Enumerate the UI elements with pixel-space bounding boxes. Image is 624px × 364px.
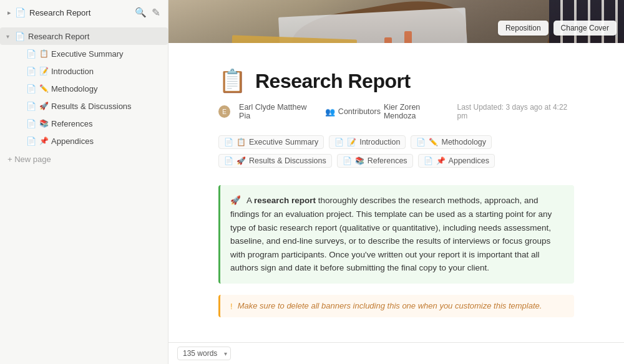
tree-label-results: Results & Discussions <box>51 102 163 111</box>
sub-page-method[interactable]: 📄 ✏️ Methodology <box>411 135 492 149</box>
sub-page-icon-method: 📄 <box>416 138 426 146</box>
page-emoji: 📋 <box>218 68 246 94</box>
sub-page-label-method: Methodology <box>441 138 486 146</box>
author-avatar: E <box>218 105 230 118</box>
warning-icon: ! <box>230 302 233 311</box>
sub-page-icon-refs: 📄 <box>343 156 352 165</box>
tree-label-research-report: Research Report <box>28 32 163 41</box>
new-page-icon[interactable]: ✎ <box>152 6 160 19</box>
tree-icon-method: 📄 <box>26 84 36 93</box>
contributors-icon: 👥 <box>325 107 335 117</box>
contributors-section: 👥 Contributors Kier Zoren Mendoza <box>325 103 449 120</box>
cover-image: Reposition Change Cover <box>168 0 624 43</box>
sidebar-item-introduction[interactable]: 📄 📝 Introduction <box>0 62 168 80</box>
tree-label-appendix: Appendices <box>51 136 163 146</box>
sub-page-emoji-refs: 📚 <box>355 156 364 165</box>
page-meta: E Earl Clyde Matthew Pia 👥 Contributors … <box>218 103 574 120</box>
sidebar-item-methodology[interactable]: 📄 ✏️ Methodology <box>0 80 168 97</box>
sidebar-workspace-title: Research Report <box>29 8 90 17</box>
sub-page-emoji-intro: 📝 <box>347 138 356 146</box>
page-title-row: 📋 Research Report <box>218 68 574 94</box>
tree-icon-intro: 📄 <box>26 67 36 76</box>
sidebar-header-title-row: ▸ 📄 Research Report <box>7 7 90 17</box>
tree-arrow-research-report: ▾ <box>6 33 15 40</box>
sub-page-emoji-appendix: 📌 <box>436 156 446 165</box>
contributors-label: Contributors <box>338 107 381 116</box>
author-name[interactable]: Earl Clyde Matthew Pia <box>239 103 316 120</box>
contributors-name[interactable]: Kier Zoren Mendoza <box>384 103 449 120</box>
callout-bold-text: research report <box>254 196 316 205</box>
tree-icon-refs: 📄 <box>26 119 36 128</box>
sub-page-exec[interactable]: 📄 📋 Executive Summary <box>218 135 324 149</box>
sidebar: ▸ 📄 Research Report 🔍 ✎ ▾ 📄 Research Rep… <box>0 0 168 364</box>
page-title: Research Report <box>255 70 411 93</box>
sidebar-collapse-arrow[interactable]: ▸ <box>7 9 11 17</box>
sidebar-item-executive-summary[interactable]: 📄 📋 Executive Summary <box>0 45 168 62</box>
word-count-wrapper: 135 words <box>177 347 231 360</box>
sub-page-results[interactable]: 📄 🚀 Results & Discussions <box>218 154 332 168</box>
sub-page-emoji-exec: 📋 <box>236 138 246 146</box>
callout-text-before: A <box>246 196 254 205</box>
sub-page-icon-exec: 📄 <box>224 138 233 146</box>
sub-page-label-refs: References <box>368 156 407 165</box>
tree-icon-exec: 📄 <box>26 49 36 59</box>
intro-emoji: 📝 <box>39 67 49 75</box>
sidebar-item-research-report[interactable]: ▾ 📄 Research Report <box>0 27 168 45</box>
sub-page-intro[interactable]: 📄 📝 Introduction <box>329 135 406 149</box>
sub-page-icon-intro: 📄 <box>334 138 344 146</box>
sidebar-tree: ▾ 📄 Research Report 📄 📋 Executive Summar… <box>0 25 168 364</box>
word-count-bar: 135 words <box>168 342 624 364</box>
sub-page-label-results: Results & Discussions <box>249 156 326 165</box>
sidebar-item-appendices[interactable]: 📄 📌 Appendices <box>0 132 168 150</box>
callout-orange: ! Make sure to delete all banners includ… <box>218 295 574 317</box>
tree-icon-results: 📄 <box>26 102 36 111</box>
sidebar-header: ▸ 📄 Research Report 🔍 ✎ <box>0 0 168 25</box>
callout-green: 🚀 A research report thoroughly describes… <box>218 185 574 284</box>
sub-page-label-appendix: Appendices <box>449 156 489 165</box>
page-body: 📋 Research Report E Earl Clyde Matthew P… <box>168 43 624 342</box>
reposition-button[interactable]: Reposition <box>498 21 548 36</box>
sub-page-icon-appendix: 📄 <box>424 156 433 165</box>
sub-page-icon-results: 📄 <box>224 156 233 165</box>
cover-actions: Reposition Change Cover <box>498 21 617 36</box>
tree-icon-research-report: 📄 <box>15 32 25 41</box>
sub-page-emoji-method: ✏️ <box>429 138 438 146</box>
sub-page-label-intro: Introduction <box>359 138 400 146</box>
last-updated: Last Updated: 3 days ago at 4:22 pm <box>457 103 574 120</box>
method-emoji: ✏️ <box>39 84 49 93</box>
workspace-icon: 📄 <box>15 7 26 17</box>
tree-label-exec: Executive Summary <box>51 49 163 59</box>
appendix-emoji: 📌 <box>39 136 49 145</box>
refs-emoji: 📚 <box>39 119 49 128</box>
main-content: Reposition Change Cover 📋 Research Repor… <box>168 0 624 364</box>
callout-text-after: thoroughly describes the research method… <box>230 196 552 272</box>
new-page-button[interactable]: + New page <box>0 152 168 166</box>
sub-page-refs[interactable]: 📄 📚 References <box>337 154 413 168</box>
sub-page-appendix[interactable]: 📄 📌 Appendices <box>418 154 495 168</box>
tree-label-intro: Introduction <box>51 67 163 76</box>
word-count-select[interactable]: 135 words <box>177 347 231 360</box>
tree-label-refs: References <box>51 119 163 128</box>
sub-pages-list: 📄 📋 Executive Summary 📄 📝 Introduction 📄… <box>218 135 574 168</box>
callout-rocket-icon: 🚀 <box>230 196 241 205</box>
sub-page-label-exec: Executive Summary <box>249 138 318 146</box>
sidebar-item-results[interactable]: 📄 🚀 Results & Discussions <box>0 97 168 115</box>
new-page-label: + New page <box>7 155 51 164</box>
callout-orange-text: Make sure to delete all banners includin… <box>238 301 542 310</box>
change-cover-button[interactable]: Change Cover <box>553 21 617 36</box>
sub-page-emoji-results: 🚀 <box>236 156 246 165</box>
sidebar-header-actions: 🔍 ✎ <box>135 6 160 19</box>
search-icon[interactable]: 🔍 <box>135 7 147 18</box>
exec-emoji: 📋 <box>39 49 49 58</box>
tree-label-method: Methodology <box>51 84 163 93</box>
tree-icon-appendix: 📄 <box>26 136 36 146</box>
sidebar-item-references[interactable]: 📄 📚 References <box>0 115 168 132</box>
results-emoji: 🚀 <box>39 102 49 110</box>
